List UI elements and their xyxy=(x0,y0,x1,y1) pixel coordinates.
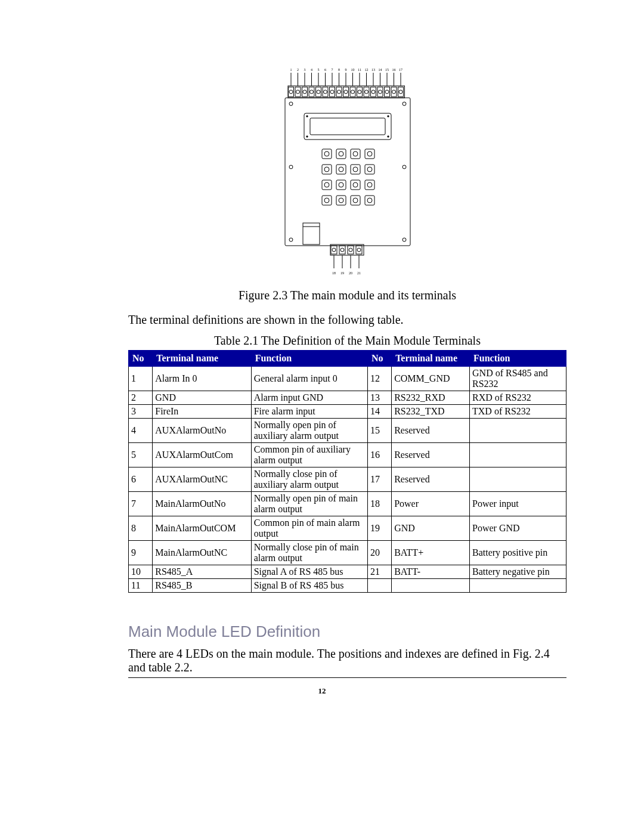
cell-name: AUXAlarmOutNC xyxy=(153,467,251,492)
svg-rect-102 xyxy=(351,180,360,190)
svg-point-89 xyxy=(367,151,372,156)
table-row: 1Alarm In 0General alarm input 012COMM_G… xyxy=(129,367,566,391)
cell-name: MainAlarmOutNC xyxy=(153,541,251,565)
svg-text:6: 6 xyxy=(324,68,326,72)
svg-rect-92 xyxy=(336,165,346,174)
cell-no: 4 xyxy=(129,419,153,443)
page: 1234567891011121314151617 xyxy=(0,0,644,717)
svg-point-44 xyxy=(317,90,320,94)
svg-point-50 xyxy=(337,90,340,94)
table-caption: Table 2.1 The Definition of the Main Mod… xyxy=(128,334,566,348)
cell-func: Common pin of auxiliary alarm output xyxy=(251,443,367,467)
svg-point-124 xyxy=(357,248,361,252)
cell-no: 2 xyxy=(129,391,153,405)
cell-name: GND xyxy=(153,391,251,405)
svg-text:9: 9 xyxy=(345,68,346,72)
cell-no2: 12 xyxy=(367,367,391,391)
cell-no2: 21 xyxy=(367,565,391,579)
figure-diagram: 1234567891011121314151617 xyxy=(128,66,566,283)
cell-no: 6 xyxy=(129,467,153,492)
svg-rect-84 xyxy=(336,149,346,159)
svg-rect-104 xyxy=(365,180,374,190)
cell-func2 xyxy=(470,579,566,593)
cell-name2: GND xyxy=(392,516,470,541)
svg-point-79 xyxy=(387,116,388,117)
cell-func2: Battery negative pin xyxy=(470,565,566,579)
svg-text:20: 20 xyxy=(349,271,352,275)
svg-text:4: 4 xyxy=(311,68,312,72)
svg-point-72 xyxy=(289,238,293,241)
page-number: 12 xyxy=(0,686,644,696)
module-diagram: 1234567891011121314151617 xyxy=(267,66,428,280)
cell-func: Alarm input GND xyxy=(251,391,367,405)
svg-point-75 xyxy=(402,165,406,169)
cell-func2 xyxy=(470,443,566,467)
cell-func: Normally close pin of main alarm output xyxy=(251,541,367,565)
svg-point-95 xyxy=(353,167,358,172)
table-row: 5AUXAlarmOutComCommon pin of auxiliary a… xyxy=(129,443,566,467)
cell-name2: Reserved xyxy=(392,467,470,492)
svg-point-101 xyxy=(339,182,343,187)
cell-name: Alarm In 0 xyxy=(153,367,251,391)
svg-rect-112 xyxy=(365,196,374,205)
table-row: 3FireInFire alarm input14RS232_TXDTXD of… xyxy=(129,405,566,419)
svg-text:12: 12 xyxy=(364,68,368,72)
cell-no2: 18 xyxy=(367,492,391,516)
cell-name: MainAlarmOutCOM xyxy=(153,516,251,541)
cell-func2: GND of RS485 and RS232 xyxy=(470,367,566,391)
svg-text:14: 14 xyxy=(378,68,382,72)
svg-point-38 xyxy=(296,90,299,94)
cell-name: MainAlarmOutNo xyxy=(153,492,251,516)
svg-point-62 xyxy=(378,90,382,94)
th-name: Terminal name xyxy=(153,351,251,367)
svg-text:8: 8 xyxy=(338,68,340,72)
cell-func2: TXD of RS232 xyxy=(470,405,566,419)
svg-rect-100 xyxy=(336,180,346,190)
svg-point-40 xyxy=(303,90,306,94)
svg-rect-88 xyxy=(365,149,374,159)
svg-text:10: 10 xyxy=(351,68,354,72)
svg-point-74 xyxy=(289,165,293,169)
cell-func2 xyxy=(470,419,566,443)
svg-point-58 xyxy=(364,90,368,94)
cell-name: AUXAlarmOutCom xyxy=(153,443,251,467)
cell-func: Normally close pin of auxiliary alarm ou… xyxy=(251,467,367,492)
svg-point-66 xyxy=(392,90,395,94)
cell-func: General alarm input 0 xyxy=(251,367,367,391)
section-heading: Main Module LED Definition xyxy=(128,623,566,641)
cell-name2: Power xyxy=(392,492,470,516)
svg-point-68 xyxy=(399,90,402,94)
figure-caption: Figure 2.3 The main module and its termi… xyxy=(128,289,566,302)
cell-func2: Power input xyxy=(470,492,566,516)
svg-point-80 xyxy=(306,136,307,137)
svg-text:13: 13 xyxy=(371,68,375,72)
svg-point-83 xyxy=(324,151,329,156)
svg-rect-108 xyxy=(336,196,346,205)
cell-func: Common pin of main alarm output xyxy=(251,516,367,541)
svg-point-113 xyxy=(367,198,372,203)
th-func2: Function xyxy=(470,351,566,367)
table-row: 11RS485_BSignal B of RS 485 bus xyxy=(129,579,566,593)
svg-point-93 xyxy=(339,167,343,172)
svg-text:11: 11 xyxy=(358,68,361,72)
svg-rect-96 xyxy=(365,165,374,174)
svg-point-36 xyxy=(289,90,293,94)
cell-name2: BATT- xyxy=(392,565,470,579)
cell-name2 xyxy=(392,579,470,593)
svg-point-103 xyxy=(353,182,358,187)
svg-point-78 xyxy=(306,116,307,117)
cell-no2: 20 xyxy=(367,541,391,565)
svg-point-56 xyxy=(358,90,361,94)
svg-rect-90 xyxy=(322,165,332,174)
svg-point-60 xyxy=(371,90,375,94)
cell-name2: RS232_TXD xyxy=(392,405,470,419)
svg-text:21: 21 xyxy=(357,271,361,275)
cell-func2 xyxy=(470,467,566,492)
th-name2: Terminal name xyxy=(392,351,470,367)
svg-point-85 xyxy=(339,151,343,156)
cell-name2: Reserved xyxy=(392,419,470,443)
svg-rect-116 xyxy=(330,244,364,255)
svg-point-42 xyxy=(309,90,313,94)
cell-no2: 17 xyxy=(367,467,391,492)
svg-rect-76 xyxy=(304,113,391,140)
